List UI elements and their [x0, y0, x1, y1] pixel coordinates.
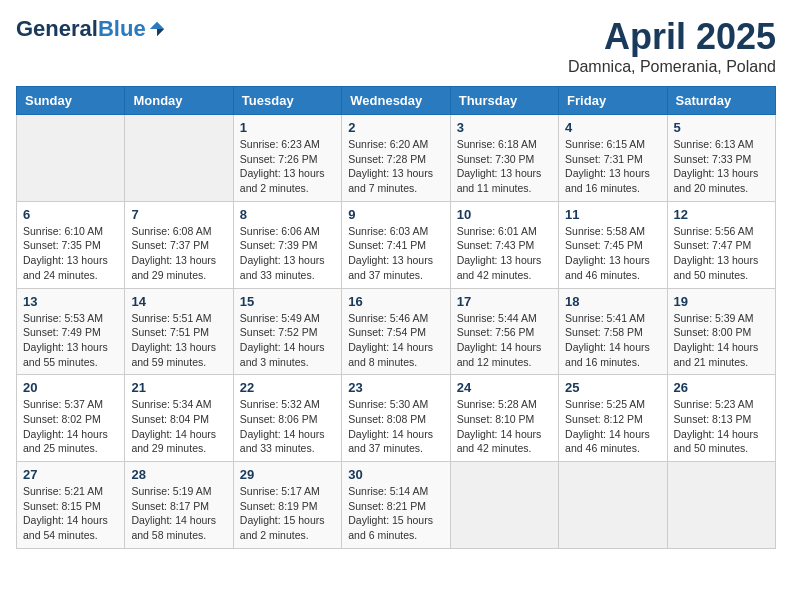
- svg-marker-0: [149, 22, 163, 29]
- calendar-cell: 6Sunrise: 6:10 AMSunset: 7:35 PMDaylight…: [17, 201, 125, 288]
- day-number: 18: [565, 294, 660, 309]
- day-info: Sunrise: 5:49 AMSunset: 7:52 PMDaylight:…: [240, 311, 335, 370]
- day-number: 21: [131, 380, 226, 395]
- calendar-cell: [125, 115, 233, 202]
- logo-icon: [148, 20, 166, 38]
- day-number: 25: [565, 380, 660, 395]
- day-number: 23: [348, 380, 443, 395]
- day-number: 13: [23, 294, 118, 309]
- day-number: 10: [457, 207, 552, 222]
- calendar-cell: 18Sunrise: 5:41 AMSunset: 7:58 PMDayligh…: [559, 288, 667, 375]
- calendar-cell: 11Sunrise: 5:58 AMSunset: 7:45 PMDayligh…: [559, 201, 667, 288]
- calendar-cell: 4Sunrise: 6:15 AMSunset: 7:31 PMDaylight…: [559, 115, 667, 202]
- weekday-header-wednesday: Wednesday: [342, 87, 450, 115]
- day-number: 8: [240, 207, 335, 222]
- calendar-cell: 15Sunrise: 5:49 AMSunset: 7:52 PMDayligh…: [233, 288, 341, 375]
- calendar-cell: 26Sunrise: 5:23 AMSunset: 8:13 PMDayligh…: [667, 375, 775, 462]
- day-number: 1: [240, 120, 335, 135]
- day-number: 24: [457, 380, 552, 395]
- day-number: 11: [565, 207, 660, 222]
- day-info: Sunrise: 5:51 AMSunset: 7:51 PMDaylight:…: [131, 311, 226, 370]
- calendar-week-row: 27Sunrise: 5:21 AMSunset: 8:15 PMDayligh…: [17, 462, 776, 549]
- calendar-cell: 3Sunrise: 6:18 AMSunset: 7:30 PMDaylight…: [450, 115, 558, 202]
- calendar-cell: 12Sunrise: 5:56 AMSunset: 7:47 PMDayligh…: [667, 201, 775, 288]
- day-info: Sunrise: 6:20 AMSunset: 7:28 PMDaylight:…: [348, 137, 443, 196]
- day-number: 7: [131, 207, 226, 222]
- calendar-cell: [17, 115, 125, 202]
- day-info: Sunrise: 6:08 AMSunset: 7:37 PMDaylight:…: [131, 224, 226, 283]
- day-number: 14: [131, 294, 226, 309]
- day-number: 20: [23, 380, 118, 395]
- calendar-header-row: SundayMondayTuesdayWednesdayThursdayFrid…: [17, 87, 776, 115]
- page-header: GeneralBlue April 2025 Damnica, Pomerani…: [16, 16, 776, 76]
- day-number: 3: [457, 120, 552, 135]
- weekday-header-tuesday: Tuesday: [233, 87, 341, 115]
- calendar-cell: [667, 462, 775, 549]
- month-title: April 2025: [568, 16, 776, 58]
- calendar-cell: 20Sunrise: 5:37 AMSunset: 8:02 PMDayligh…: [17, 375, 125, 462]
- day-number: 9: [348, 207, 443, 222]
- day-info: Sunrise: 5:58 AMSunset: 7:45 PMDaylight:…: [565, 224, 660, 283]
- day-number: 27: [23, 467, 118, 482]
- day-info: Sunrise: 5:14 AMSunset: 8:21 PMDaylight:…: [348, 484, 443, 543]
- calendar-cell: 10Sunrise: 6:01 AMSunset: 7:43 PMDayligh…: [450, 201, 558, 288]
- weekday-header-saturday: Saturday: [667, 87, 775, 115]
- day-info: Sunrise: 5:23 AMSunset: 8:13 PMDaylight:…: [674, 397, 769, 456]
- calendar-cell: 2Sunrise: 6:20 AMSunset: 7:28 PMDaylight…: [342, 115, 450, 202]
- calendar-table: SundayMondayTuesdayWednesdayThursdayFrid…: [16, 86, 776, 549]
- day-info: Sunrise: 6:06 AMSunset: 7:39 PMDaylight:…: [240, 224, 335, 283]
- day-info: Sunrise: 6:15 AMSunset: 7:31 PMDaylight:…: [565, 137, 660, 196]
- day-number: 16: [348, 294, 443, 309]
- day-info: Sunrise: 5:34 AMSunset: 8:04 PMDaylight:…: [131, 397, 226, 456]
- day-number: 30: [348, 467, 443, 482]
- svg-marker-1: [157, 29, 164, 36]
- weekday-header-thursday: Thursday: [450, 87, 558, 115]
- day-info: Sunrise: 6:13 AMSunset: 7:33 PMDaylight:…: [674, 137, 769, 196]
- day-info: Sunrise: 5:41 AMSunset: 7:58 PMDaylight:…: [565, 311, 660, 370]
- calendar-cell: [450, 462, 558, 549]
- weekday-header-sunday: Sunday: [17, 87, 125, 115]
- calendar-week-row: 6Sunrise: 6:10 AMSunset: 7:35 PMDaylight…: [17, 201, 776, 288]
- day-info: Sunrise: 5:56 AMSunset: 7:47 PMDaylight:…: [674, 224, 769, 283]
- calendar-cell: 29Sunrise: 5:17 AMSunset: 8:19 PMDayligh…: [233, 462, 341, 549]
- day-number: 6: [23, 207, 118, 222]
- calendar-week-row: 1Sunrise: 6:23 AMSunset: 7:26 PMDaylight…: [17, 115, 776, 202]
- logo-general: GeneralBlue: [16, 16, 146, 42]
- day-info: Sunrise: 5:30 AMSunset: 8:08 PMDaylight:…: [348, 397, 443, 456]
- title-section: April 2025 Damnica, Pomerania, Poland: [568, 16, 776, 76]
- day-number: 29: [240, 467, 335, 482]
- day-info: Sunrise: 5:32 AMSunset: 8:06 PMDaylight:…: [240, 397, 335, 456]
- calendar-cell: 30Sunrise: 5:14 AMSunset: 8:21 PMDayligh…: [342, 462, 450, 549]
- day-number: 28: [131, 467, 226, 482]
- weekday-header-monday: Monday: [125, 87, 233, 115]
- calendar-week-row: 13Sunrise: 5:53 AMSunset: 7:49 PMDayligh…: [17, 288, 776, 375]
- calendar-cell: 19Sunrise: 5:39 AMSunset: 8:00 PMDayligh…: [667, 288, 775, 375]
- day-info: Sunrise: 5:17 AMSunset: 8:19 PMDaylight:…: [240, 484, 335, 543]
- day-number: 2: [348, 120, 443, 135]
- calendar-cell: 28Sunrise: 5:19 AMSunset: 8:17 PMDayligh…: [125, 462, 233, 549]
- logo: GeneralBlue: [16, 16, 166, 42]
- calendar-cell: 1Sunrise: 6:23 AMSunset: 7:26 PMDaylight…: [233, 115, 341, 202]
- calendar-cell: 21Sunrise: 5:34 AMSunset: 8:04 PMDayligh…: [125, 375, 233, 462]
- day-info: Sunrise: 5:44 AMSunset: 7:56 PMDaylight:…: [457, 311, 552, 370]
- calendar-cell: 27Sunrise: 5:21 AMSunset: 8:15 PMDayligh…: [17, 462, 125, 549]
- day-info: Sunrise: 6:01 AMSunset: 7:43 PMDaylight:…: [457, 224, 552, 283]
- day-info: Sunrise: 5:37 AMSunset: 8:02 PMDaylight:…: [23, 397, 118, 456]
- calendar-cell: 7Sunrise: 6:08 AMSunset: 7:37 PMDaylight…: [125, 201, 233, 288]
- calendar-cell: 23Sunrise: 5:30 AMSunset: 8:08 PMDayligh…: [342, 375, 450, 462]
- day-info: Sunrise: 5:19 AMSunset: 8:17 PMDaylight:…: [131, 484, 226, 543]
- day-info: Sunrise: 6:18 AMSunset: 7:30 PMDaylight:…: [457, 137, 552, 196]
- calendar-cell: [559, 462, 667, 549]
- day-info: Sunrise: 6:03 AMSunset: 7:41 PMDaylight:…: [348, 224, 443, 283]
- day-info: Sunrise: 5:53 AMSunset: 7:49 PMDaylight:…: [23, 311, 118, 370]
- calendar-week-row: 20Sunrise: 5:37 AMSunset: 8:02 PMDayligh…: [17, 375, 776, 462]
- calendar-cell: 5Sunrise: 6:13 AMSunset: 7:33 PMDaylight…: [667, 115, 775, 202]
- day-info: Sunrise: 5:21 AMSunset: 8:15 PMDaylight:…: [23, 484, 118, 543]
- day-info: Sunrise: 6:23 AMSunset: 7:26 PMDaylight:…: [240, 137, 335, 196]
- day-number: 15: [240, 294, 335, 309]
- day-number: 5: [674, 120, 769, 135]
- calendar-cell: 14Sunrise: 5:51 AMSunset: 7:51 PMDayligh…: [125, 288, 233, 375]
- calendar-cell: 24Sunrise: 5:28 AMSunset: 8:10 PMDayligh…: [450, 375, 558, 462]
- calendar-cell: 13Sunrise: 5:53 AMSunset: 7:49 PMDayligh…: [17, 288, 125, 375]
- calendar-cell: 17Sunrise: 5:44 AMSunset: 7:56 PMDayligh…: [450, 288, 558, 375]
